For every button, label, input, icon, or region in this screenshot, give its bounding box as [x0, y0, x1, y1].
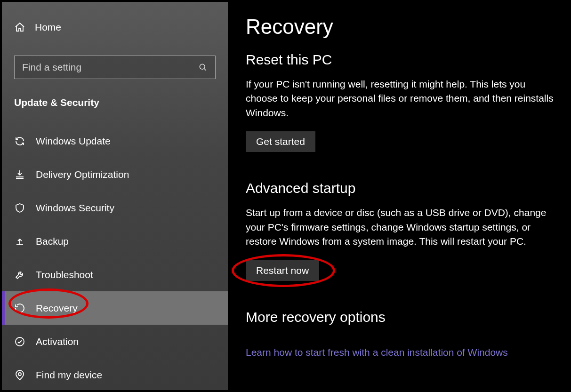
sidebar-item-label: Windows Update — [36, 136, 111, 147]
svg-point-3 — [18, 373, 21, 376]
section-advanced-startup: Advanced startup Start up from a device … — [246, 180, 555, 280]
restart-now-button[interactable]: Restart now — [246, 260, 319, 281]
svg-point-0 — [200, 64, 205, 69]
search-input[interactable] — [22, 62, 198, 73]
page-title: Recovery — [246, 15, 555, 39]
sidebar-item-backup[interactable]: Backup — [2, 224, 228, 258]
home-nav[interactable]: Home — [2, 16, 228, 39]
sidebar-item-label: Backup — [36, 236, 69, 247]
sidebar-item-windows-security[interactable]: Windows Security — [2, 191, 228, 224]
learn-fresh-install-link[interactable]: Learn how to start fresh with a clean in… — [246, 347, 508, 358]
backup-icon — [14, 236, 25, 247]
home-label: Home — [35, 22, 61, 33]
category-heading: Update & Security — [2, 79, 228, 115]
section-more-recovery: More recovery options Learn how to start… — [246, 309, 555, 358]
search-box[interactable] — [14, 56, 216, 79]
shield-icon — [14, 202, 25, 214]
download-icon — [14, 169, 25, 180]
sidebar-item-label: Activation — [36, 336, 79, 347]
sidebar-item-label: Troubleshoot — [36, 269, 93, 280]
recovery-icon — [14, 303, 25, 314]
check-circle-icon — [14, 336, 25, 347]
sidebar-item-delivery-optimization[interactable]: Delivery Optimization — [2, 158, 228, 191]
svg-line-1 — [204, 69, 206, 71]
section-heading: Reset this PC — [246, 52, 555, 68]
svg-point-2 — [16, 337, 24, 346]
sidebar: Home Update & Security Windows Update De… — [2, 2, 228, 390]
wrench-icon — [14, 269, 25, 280]
sidebar-item-windows-update[interactable]: Windows Update — [2, 124, 228, 158]
location-icon — [14, 369, 25, 381]
sidebar-item-label: Windows Security — [36, 202, 114, 214]
home-icon — [14, 22, 25, 33]
sidebar-item-label: Recovery — [36, 303, 78, 314]
sync-icon — [14, 136, 25, 147]
section-heading: Advanced startup — [246, 180, 555, 196]
section-description: If your PC isn't running well, resetting… — [246, 77, 555, 120]
search-icon — [198, 63, 208, 72]
content-pane: Recovery Reset this PC If your PC isn't … — [228, 2, 569, 390]
get-started-button[interactable]: Get started — [246, 131, 315, 152]
section-description: Start up from a device or disc (such as … — [246, 206, 555, 248]
nav-list: Windows Update Delivery Optimization Win… — [2, 124, 228, 392]
sidebar-item-troubleshoot[interactable]: Troubleshoot — [2, 258, 228, 291]
sidebar-item-find-my-device[interactable]: Find my device — [2, 358, 228, 392]
section-heading: More recovery options — [246, 309, 555, 325]
sidebar-item-label: Find my device — [36, 369, 102, 381]
section-reset-pc: Reset this PC If your PC isn't running w… — [246, 52, 555, 152]
sidebar-item-recovery[interactable]: Recovery — [2, 291, 228, 325]
sidebar-item-label: Delivery Optimization — [36, 169, 129, 180]
sidebar-item-activation[interactable]: Activation — [2, 325, 228, 358]
